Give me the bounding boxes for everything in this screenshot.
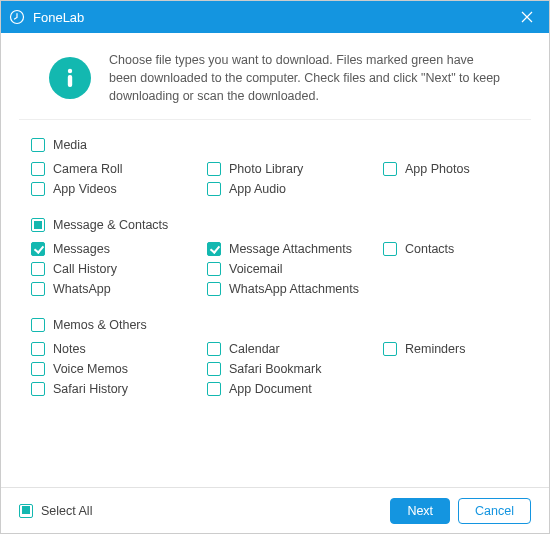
item-photo-library[interactable]: Photo Library — [207, 162, 383, 176]
label-app-audio: App Audio — [229, 182, 286, 196]
app-logo-icon — [9, 9, 25, 25]
svg-rect-2 — [68, 75, 72, 87]
window: FoneLab Choose file types you want to do… — [0, 0, 550, 534]
item-message-attachments[interactable]: Message Attachments — [207, 242, 383, 256]
item-app-photos[interactable]: App Photos — [383, 162, 519, 176]
section-header-message-contacts[interactable]: Message & Contacts — [31, 218, 519, 232]
svg-point-1 — [68, 69, 72, 73]
checkbox-safari-bookmark[interactable] — [207, 362, 221, 376]
checkbox-call-history[interactable] — [31, 262, 45, 276]
item-safari-bookmark[interactable]: Safari Bookmark — [207, 362, 383, 376]
checkbox-message-attachments[interactable] — [207, 242, 221, 256]
checkbox-message-contacts[interactable] — [31, 218, 45, 232]
item-call-history[interactable]: Call History — [31, 262, 207, 276]
label-camera-roll: Camera Roll — [53, 162, 122, 176]
checkbox-whatsapp-attachments[interactable] — [207, 282, 221, 296]
section-message-contacts: Message & Contacts Messages Message Atta… — [31, 218, 519, 296]
item-reminders[interactable]: Reminders — [383, 342, 519, 356]
checkbox-voicemail[interactable] — [207, 262, 221, 276]
section-title-message-contacts: Message & Contacts — [53, 218, 168, 232]
label-safari-history: Safari History — [53, 382, 128, 396]
titlebar: FoneLab — [1, 1, 549, 33]
section-title-memos-others: Memos & Others — [53, 318, 147, 332]
checkbox-calendar[interactable] — [207, 342, 221, 356]
checkbox-camera-roll[interactable] — [31, 162, 45, 176]
item-calendar[interactable]: Calendar — [207, 342, 383, 356]
label-safari-bookmark: Safari Bookmark — [229, 362, 321, 376]
section-memos-others: Memos & Others Notes Calendar Reminders … — [31, 318, 519, 396]
checkbox-app-audio[interactable] — [207, 182, 221, 196]
item-contacts[interactable]: Contacts — [383, 242, 519, 256]
label-select-all: Select All — [41, 504, 92, 518]
checkbox-messages[interactable] — [31, 242, 45, 256]
label-app-document: App Document — [229, 382, 312, 396]
close-icon — [520, 10, 534, 24]
label-calendar: Calendar — [229, 342, 280, 356]
label-whatsapp-attachments: WhatsApp Attachments — [229, 282, 359, 296]
label-call-history: Call History — [53, 262, 117, 276]
next-button[interactable]: Next — [390, 498, 450, 524]
checkbox-memos-others[interactable] — [31, 318, 45, 332]
section-media: Media Camera Roll Photo Library App Phot… — [31, 138, 519, 196]
checkbox-photo-library[interactable] — [207, 162, 221, 176]
checkbox-app-document[interactable] — [207, 382, 221, 396]
checkbox-media[interactable] — [31, 138, 45, 152]
content: Media Camera Roll Photo Library App Phot… — [1, 120, 549, 487]
item-messages[interactable]: Messages — [31, 242, 207, 256]
item-voice-memos[interactable]: Voice Memos — [31, 362, 207, 376]
item-app-videos[interactable]: App Videos — [31, 182, 207, 196]
select-all[interactable]: Select All — [19, 504, 382, 518]
label-reminders: Reminders — [405, 342, 465, 356]
close-button[interactable] — [513, 3, 541, 31]
item-whatsapp-attachments[interactable]: WhatsApp Attachments — [207, 282, 383, 296]
info-icon — [49, 57, 91, 99]
checkbox-whatsapp[interactable] — [31, 282, 45, 296]
footer: Select All Next Cancel — [1, 487, 549, 533]
checkbox-notes[interactable] — [31, 342, 45, 356]
checkbox-contacts[interactable] — [383, 242, 397, 256]
checkbox-reminders[interactable] — [383, 342, 397, 356]
item-voicemail[interactable]: Voicemail — [207, 262, 383, 276]
label-notes: Notes — [53, 342, 86, 356]
checkbox-safari-history[interactable] — [31, 382, 45, 396]
checkbox-app-photos[interactable] — [383, 162, 397, 176]
app-title: FoneLab — [33, 10, 513, 25]
cancel-button[interactable]: Cancel — [458, 498, 531, 524]
info-text: Choose file types you want to download. … — [109, 51, 501, 105]
label-photo-library: Photo Library — [229, 162, 303, 176]
checkbox-select-all[interactable] — [19, 504, 33, 518]
label-contacts: Contacts — [405, 242, 454, 256]
item-notes[interactable]: Notes — [31, 342, 207, 356]
label-whatsapp: WhatsApp — [53, 282, 111, 296]
item-app-document[interactable]: App Document — [207, 382, 383, 396]
item-whatsapp[interactable]: WhatsApp — [31, 282, 207, 296]
item-app-audio[interactable]: App Audio — [207, 182, 383, 196]
label-voicemail: Voicemail — [229, 262, 283, 276]
label-app-videos: App Videos — [53, 182, 117, 196]
label-message-attachments: Message Attachments — [229, 242, 352, 256]
section-header-memos-others[interactable]: Memos & Others — [31, 318, 519, 332]
checkbox-app-videos[interactable] — [31, 182, 45, 196]
checkbox-voice-memos[interactable] — [31, 362, 45, 376]
label-voice-memos: Voice Memos — [53, 362, 128, 376]
header: Choose file types you want to download. … — [19, 33, 531, 120]
section-header-media[interactable]: Media — [31, 138, 519, 152]
label-app-photos: App Photos — [405, 162, 470, 176]
label-messages: Messages — [53, 242, 110, 256]
item-camera-roll[interactable]: Camera Roll — [31, 162, 207, 176]
item-safari-history[interactable]: Safari History — [31, 382, 207, 396]
section-title-media: Media — [53, 138, 87, 152]
